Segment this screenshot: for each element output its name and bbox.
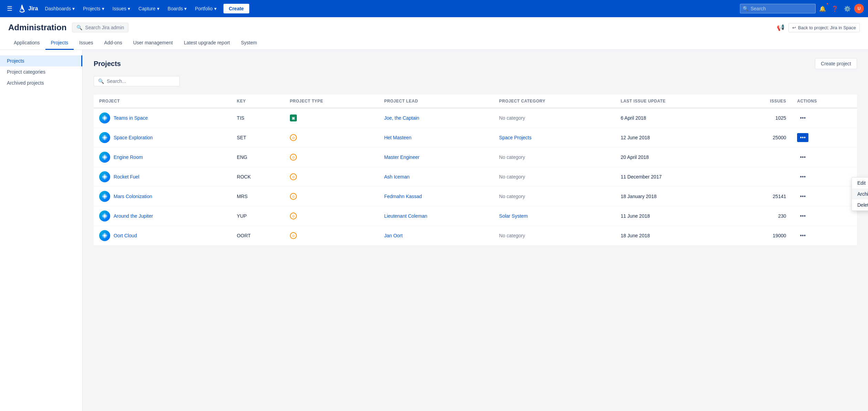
project-name-link[interactable]: Space Exploration	[114, 135, 153, 140]
project-name-cell: Around the Jupiter	[99, 210, 226, 221]
tab-user-management[interactable]: User management	[128, 36, 178, 50]
admin-search-bar[interactable]: 🔍 Search Jira admin	[72, 23, 128, 32]
avatar[interactable]: U	[854, 4, 864, 13]
project-actions: •••	[792, 226, 857, 246]
search-icon: 🔍	[98, 78, 104, 84]
col-lead: Project lead	[379, 95, 494, 108]
lead-link[interactable]: Fedmahn Kassad	[384, 194, 422, 199]
project-name-link[interactable]: Mars Colonization	[114, 194, 152, 199]
project-name-link[interactable]: Around the Jupiter	[114, 213, 153, 219]
actions-button[interactable]: •••	[797, 133, 808, 142]
project-last-update: 11 December 2017	[615, 167, 734, 187]
table-row: Engine Room ENG ⊙ Master Engineer No cat…	[94, 148, 857, 167]
notification-dot	[826, 2, 829, 5]
admin-header: Administration 🔍 Search Jira admin 📢 ↩ B…	[0, 17, 868, 50]
actions-button[interactable]: •••	[797, 153, 808, 162]
dropdown-edit[interactable]: Edit	[852, 177, 868, 188]
hamburger-menu-icon[interactable]: ☰	[4, 2, 15, 15]
project-type: ⊙	[284, 167, 379, 187]
notifications-icon[interactable]: 🔔	[817, 3, 828, 14]
admin-header-top: Administration 🔍 Search Jira admin 📢 ↩ B…	[8, 23, 860, 32]
back-to-project-label: Back to project: Jira in Space	[798, 25, 856, 30]
project-category: No category	[494, 148, 615, 167]
lead-link[interactable]: Het Masteen	[384, 135, 411, 140]
nav-portfolio[interactable]: Portfolio ▾	[191, 0, 220, 17]
nav-dashboards[interactable]: Dashboards ▾	[41, 0, 79, 17]
project-lead: Het Masteen	[379, 128, 494, 148]
project-type: ⊙	[284, 206, 379, 226]
project-category: No category	[494, 187, 615, 206]
category-text: No category	[499, 233, 525, 238]
actions-button[interactable]: •••	[797, 212, 808, 220]
create-project-button[interactable]: Create project	[815, 58, 857, 69]
chevron-down-icon: ▾	[184, 6, 187, 11]
tab-system[interactable]: System	[236, 36, 263, 50]
col-issues: Issues	[734, 95, 792, 108]
project-name-link[interactable]: Teams in Space	[114, 115, 148, 121]
project-actions: •••	[792, 167, 857, 187]
jira-logo[interactable]: Jira	[15, 4, 41, 13]
category-text: No category	[499, 154, 525, 160]
create-button[interactable]: Create	[223, 4, 250, 13]
category-link[interactable]: Space Projects	[499, 135, 532, 140]
search-input[interactable]	[740, 4, 816, 13]
project-type: ⊙	[284, 128, 379, 148]
lead-link[interactable]: Ash Iceman	[384, 174, 410, 180]
nav-projects[interactable]: Projects ▾	[79, 0, 108, 17]
chevron-down-icon: ▾	[214, 6, 217, 11]
projects-search-input[interactable]	[107, 78, 175, 84]
project-lead: Lieutenant Coleman	[379, 206, 494, 226]
lead-link[interactable]: Jan Oort	[384, 233, 403, 238]
project-icon	[99, 230, 110, 241]
type-icon: ⊙	[290, 213, 297, 219]
project-type: ▣	[284, 108, 379, 128]
actions-button[interactable]: •••	[797, 172, 808, 181]
col-actions: Actions	[792, 95, 857, 108]
page-wrapper: Administration 🔍 Search Jira admin 📢 ↩ B…	[0, 17, 868, 411]
lead-link[interactable]: Joe, the Captain	[384, 115, 419, 121]
back-to-project-button[interactable]: ↩ Back to project: Jira in Space	[788, 23, 860, 32]
project-name-cell: Engine Room	[99, 152, 226, 163]
project-last-update: 20 April 2018	[615, 148, 734, 167]
project-icon	[99, 112, 110, 123]
announcements-icon[interactable]: 📢	[777, 24, 784, 31]
actions-button[interactable]: •••	[797, 192, 808, 201]
nav-issues[interactable]: Issues ▾	[108, 0, 134, 17]
sidebar-item-archived-projects[interactable]: Archived projects	[0, 77, 82, 88]
dropdown-archive[interactable]: Archive	[852, 188, 868, 199]
tab-projects[interactable]: Projects	[45, 36, 74, 50]
project-icon	[99, 191, 110, 202]
actions-button[interactable]: •••	[797, 113, 808, 122]
nav-capture[interactable]: Capture ▾	[134, 0, 164, 17]
project-issues: 25000	[734, 128, 792, 148]
tab-issues[interactable]: Issues	[74, 36, 98, 50]
category-link[interactable]: Solar System	[499, 213, 528, 219]
settings-icon[interactable]: ⚙️	[842, 3, 853, 14]
lead-link[interactable]: Master Engineer	[384, 154, 420, 160]
admin-tabs: Applications Projects Issues Add-ons Use…	[8, 36, 860, 50]
project-issues: 230	[734, 206, 792, 226]
project-key: OORT	[231, 226, 284, 246]
project-name-link[interactable]: Engine Room	[114, 154, 143, 160]
help-icon[interactable]: ❓	[829, 3, 840, 14]
table-row: Rocket Fuel ROCK ⊙ Ash Iceman No categor…	[94, 167, 857, 187]
admin-title: Administration	[8, 23, 66, 32]
project-key: ROCK	[231, 167, 284, 187]
nav-boards[interactable]: Boards ▾	[164, 0, 191, 17]
tab-add-ons[interactable]: Add-ons	[99, 36, 128, 50]
project-issues	[734, 148, 792, 167]
sidebar-item-projects[interactable]: Projects	[0, 55, 82, 66]
tab-latest-upgrade-report[interactable]: Latest upgrade report	[178, 36, 236, 50]
main-content: Projects Create project 🔍 Project Key Pr…	[83, 50, 868, 411]
chevron-down-icon: ▾	[128, 6, 130, 11]
project-lead: Master Engineer	[379, 148, 494, 167]
actions-button[interactable]: •••	[797, 231, 808, 240]
project-name-link[interactable]: Oort Cloud	[114, 233, 137, 238]
dropdown-delete[interactable]: Delete	[852, 199, 868, 210]
lead-link[interactable]: Lieutenant Coleman	[384, 213, 427, 219]
logo-text: Jira	[28, 6, 38, 12]
sidebar-item-project-categories[interactable]: Project categories	[0, 66, 82, 77]
tab-applications[interactable]: Applications	[8, 36, 45, 50]
project-name-link[interactable]: Rocket Fuel	[114, 174, 139, 180]
project-issues	[734, 167, 792, 187]
